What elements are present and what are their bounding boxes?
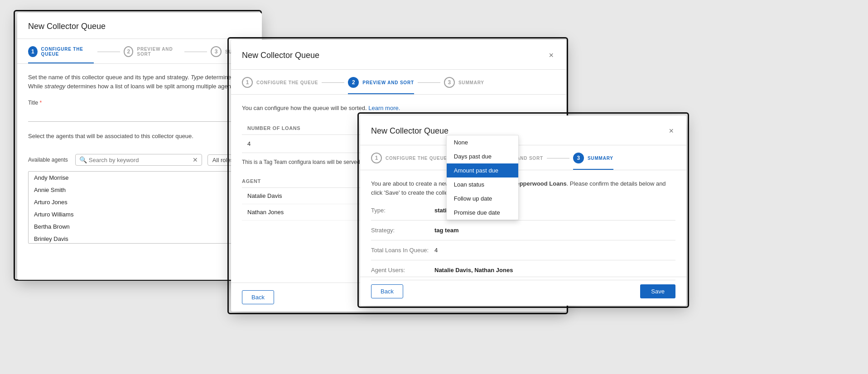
modal2-step-line2	[418, 82, 440, 83]
modal2-step1[interactable]: 1 CONFIGURE THE QUEUE	[242, 77, 318, 94]
modal1-step1-label: CONFIGURE THE QUEUE	[41, 47, 94, 57]
dropdown-item-follow-up[interactable]: Follow up date	[447, 192, 518, 206]
available-agents-label: Available agents	[28, 157, 68, 163]
dropdown-item-days-past-due[interactable]: Days past due	[447, 149, 518, 163]
agent-item[interactable]: Annie Smith	[29, 184, 251, 196]
summary-value-strategy: tag team	[434, 227, 458, 234]
queue-name: Pepperwood Loans	[512, 180, 567, 187]
modal1-step1-num: 1	[28, 46, 38, 57]
sort-dropdown: None Days past due Amount past due Loan …	[446, 135, 519, 220]
modal-configure: New Collector Queue 1 CONFIGURE THE QUEU…	[17, 13, 262, 280]
modal2-step-line1	[322, 82, 344, 83]
modal2-stepper-container: 1 CONFIGURE THE QUEUE 2 PREVIEW AND SORT…	[231, 70, 566, 95]
dropdown-item-loan-status[interactable]: Loan status	[447, 177, 518, 192]
summary-value-agents: Natalie Davis, Nathan Jones	[434, 267, 513, 273]
search-input[interactable]	[89, 157, 193, 163]
modal3-stepper-container: 1 CONFIGURE THE QUEUE 2 PREVIEW AND SORT…	[360, 145, 686, 170]
modal3-header: New Collector Queue ×	[360, 115, 686, 145]
summary-label-agents: Agent Users:	[371, 267, 434, 273]
modal2-info: You can configure how the queue will be …	[242, 104, 555, 113]
modal2-step3-label: SUMMARY	[458, 80, 484, 85]
modal2-step1-label: CONFIGURE THE QUEUE	[256, 80, 318, 85]
modal3-save-button[interactable]: Save	[640, 284, 675, 298]
modal3-step1-num: 1	[371, 153, 382, 163]
modal3-step-line2	[547, 158, 569, 158]
modal2-back-button[interactable]: Back	[242, 290, 274, 304]
summary-label-type: Type:	[371, 207, 434, 214]
search-icon: 🔍	[79, 156, 87, 163]
title-field-group: Title *	[28, 100, 251, 122]
modal1-step2-label: PREVIEW AND SORT	[137, 47, 181, 57]
title-label: Title *	[28, 100, 251, 106]
title-input[interactable]	[28, 109, 251, 122]
modal2-step2-label: PREVIEW AND SORT	[362, 80, 414, 85]
modal2-learn-link[interactable]: Learn more.	[368, 105, 400, 111]
modal1-info: Set the name of this collector queue and…	[28, 73, 251, 91]
modal3-step3[interactable]: 3 SUMMARY	[573, 153, 613, 170]
modal1-body: Set the name of this collector queue and…	[17, 64, 262, 253]
search-box: 🔍 ✕	[75, 154, 202, 166]
modal-summary: New Collector Queue × 1 CONFIGURE THE QU…	[360, 115, 686, 306]
modal2-step1-num: 1	[242, 77, 253, 88]
modal1-stepper-container: 1 CONFIGURE THE QUEUE 2 PREVIEW AND SORT…	[17, 39, 262, 64]
modal2-step3-num: 3	[444, 77, 455, 88]
dropdown-item-promise-due[interactable]: Promise due date	[447, 206, 518, 220]
modal2-step2-num: 2	[348, 77, 359, 88]
modal1-header: New Collector Queue	[17, 13, 262, 39]
modal1-step2-num: 2	[124, 46, 133, 57]
agents-label: Select the agents that will be associate…	[28, 133, 251, 139]
summary-confirm-text: You are about to create a new collector …	[371, 179, 675, 197]
dropdown-item-none[interactable]: None	[447, 135, 518, 149]
modal1-step1[interactable]: 1 CONFIGURE THE QUEUE	[28, 46, 94, 63]
modal3-step1-label: CONFIGURE THE QUEUE	[386, 156, 447, 161]
clear-icon[interactable]: ✕	[193, 156, 198, 163]
modal2-stepper: 1 CONFIGURE THE QUEUE 2 PREVIEW AND SORT…	[242, 70, 555, 94]
dropdown-item-amount-past-due[interactable]: Amount past due	[447, 163, 518, 177]
modal2-title: New Collector Queue	[242, 51, 319, 60]
modal3-close-button[interactable]: ×	[667, 125, 675, 138]
modal1-step2[interactable]: 2 PREVIEW AND SORT	[124, 46, 181, 63]
summary-row-strategy: Strategy: tag team	[371, 221, 675, 240]
search-filter-row: Available agents 🔍 ✕ All roles ▼	[28, 154, 251, 166]
modal2-step3[interactable]: 3 SUMMARY	[444, 77, 484, 94]
modal3-back-button[interactable]: Back	[371, 284, 403, 298]
summary-row-loans: Total Loans In Queue: 4	[371, 240, 675, 260]
modal3-title: New Collector Queue	[371, 126, 448, 136]
modal2-step2[interactable]: 2 PREVIEW AND SORT	[348, 77, 414, 94]
agents-list: Andy Morrise Annie Smith Arturo Jones Ar…	[28, 171, 251, 244]
role-label: Role	[28, 145, 251, 151]
summary-row-type: Type: static	[371, 201, 675, 221]
agent-item[interactable]: Brinley Davis	[29, 233, 251, 244]
modal2-close-button[interactable]: ×	[547, 49, 555, 62]
modal3-step3-label: SUMMARY	[588, 156, 613, 161]
summary-label-loans: Total Loans In Queue:	[371, 247, 434, 254]
modal1-stepper: 1 CONFIGURE THE QUEUE 2 PREVIEW AND SORT…	[28, 39, 251, 63]
modal1-step-line1	[97, 52, 120, 52]
summary-label-strategy: Strategy:	[371, 227, 434, 234]
agent-item[interactable]: Arturo Williams	[29, 208, 251, 221]
modal1-step3-num: 3	[211, 46, 222, 57]
agent-item[interactable]: Andy Morrise	[29, 172, 251, 184]
summary-value-loans: 4	[434, 247, 438, 254]
agents-section: Select the agents that will be associate…	[28, 133, 251, 244]
agent-item[interactable]: Arturo Jones	[29, 196, 251, 208]
modal1-title: New Collector Queue	[28, 22, 106, 31]
modal1-step-line2	[184, 52, 207, 52]
modal3-footer: Back Save	[360, 277, 686, 306]
agent-item[interactable]: Bertha Brown	[29, 221, 251, 233]
modal2-header: New Collector Queue ×	[231, 40, 566, 70]
modal3-step3-num: 3	[573, 153, 584, 163]
modal3-stepper: 1 CONFIGURE THE QUEUE 2 PREVIEW AND SORT…	[371, 145, 675, 170]
modal3-step1[interactable]: 1 CONFIGURE THE QUEUE	[371, 153, 447, 170]
